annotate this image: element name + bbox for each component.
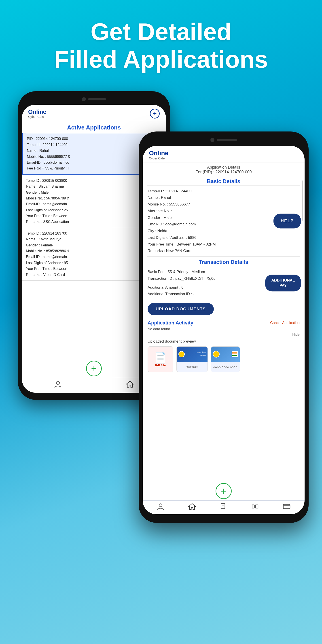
- aadhaar-bottom: xxxxxxxxxx: [177, 362, 208, 372]
- basic-details-content: Temp-ID : 220914 124400 Name : Rahul Mob…: [143, 186, 304, 257]
- doc-preview-title: Uploaded document preview: [143, 338, 304, 345]
- svg-point-2: [159, 504, 162, 507]
- nav-scan-front[interactable]: [251, 503, 259, 511]
- pid-line2: For (PID) : 220914-124700-000: [147, 170, 300, 174]
- transaction-details-title: Transaction Details: [147, 257, 300, 266]
- speaker-back: [88, 98, 106, 100]
- basic-field-0: Temp-ID : 220914 124400: [148, 188, 300, 194]
- scrollbar: [302, 180, 303, 221]
- cancel-application-link[interactable]: Cancel Application: [270, 321, 300, 325]
- svg-rect-9: [255, 505, 256, 508]
- nav-card-front[interactable]: [283, 503, 290, 511]
- fab-front[interactable]: +: [216, 483, 232, 499]
- logo-cybercafe-back: Cyber Cafe: [28, 115, 46, 118]
- pdf-label: Pdf File: [155, 364, 166, 367]
- phones-container: Online Cyber Cafe + Active Applications …: [0, 84, 322, 599]
- scan-icon-front: [251, 503, 259, 510]
- detail-scroll[interactable]: Basic Details Temp-ID : 220914 124400 Na…: [143, 176, 304, 482]
- doc-thumb-pdf[interactable]: 📄 Pdf File: [148, 346, 173, 372]
- fab-back[interactable]: +: [86, 361, 102, 376]
- home-icon-back: [126, 380, 134, 388]
- basic-field-1: Name : Rahul: [148, 194, 300, 201]
- upload-documents-button[interactable]: UPLOAD DOCUMENTS: [148, 303, 214, 315]
- pid-line1: Application Details: [147, 165, 300, 170]
- nav-add-file-front[interactable]: [220, 503, 228, 511]
- person-icon-back: [54, 380, 62, 388]
- svg-marker-1: [126, 381, 134, 387]
- doc-thumb-aadhaar[interactable]: आधार विभागUIDAI xxxxxxxxxx: [176, 346, 208, 372]
- basic-field-3: Alternate No. :: [148, 208, 300, 214]
- app-header-back: Online Cyber Cafe +: [22, 105, 166, 121]
- transaction-field-0: Basic Fee : 55 & Priority : Medium: [148, 268, 300, 275]
- bottom-nav-front: [143, 500, 304, 514]
- nav-home-back[interactable]: [126, 380, 134, 389]
- logo-cybercafe-front: Cyber Cafe: [149, 157, 168, 160]
- basic-field-7: Last Digits of Aadhaar : 5886: [148, 234, 300, 241]
- doc-thumb-idcard[interactable]: XXXX XXXX XXXX: [211, 346, 240, 372]
- basic-details-title: Basic Details: [147, 176, 300, 186]
- additional-pay-button[interactable]: ADDITIONALPAY: [265, 274, 301, 292]
- person-icon-front: [157, 503, 164, 510]
- activity-title: Application Activity: [148, 320, 194, 326]
- logo-back: Online Cyber Cafe: [28, 109, 46, 118]
- svg-rect-10: [256, 505, 258, 508]
- aadhaar-top: आधार विभागUIDAI: [177, 346, 208, 362]
- svg-point-0: [56, 381, 60, 384]
- basic-field-9: Remarks : New PAN Card: [148, 248, 300, 254]
- activity-header: Application Activity Cancel Application: [148, 320, 300, 326]
- card-icon-front: [283, 503, 290, 510]
- basic-field-8: Your Free Time : Between 10AM - 02PM: [148, 241, 300, 248]
- transaction-field-4: Additional Transaction ID : -: [148, 291, 300, 298]
- add-file-icon-front: [220, 503, 228, 510]
- screen-front: Online Cyber Cafe Application Details Fo…: [143, 146, 304, 514]
- hero-section: Get Detailed Filled Applications: [0, 0, 322, 84]
- camera-back: [82, 97, 86, 101]
- pdf-icon: 📄: [154, 352, 167, 364]
- svg-rect-11: [283, 504, 290, 509]
- notch-bar-back: [22, 95, 166, 103]
- activity-section: Application Activity Cancel Application …: [143, 318, 304, 338]
- hide-link[interactable]: Hide: [148, 332, 300, 336]
- idcard-top: [211, 346, 240, 362]
- home-icon-front: [188, 503, 196, 510]
- logo-front: Online Cyber Cafe: [149, 150, 168, 160]
- svg-rect-8: [252, 505, 254, 508]
- svg-marker-3: [189, 504, 196, 510]
- notch-bar-front: [143, 136, 304, 144]
- aadhaar-emblem: [178, 351, 185, 357]
- logo-online-front: Online: [149, 150, 168, 157]
- speaker-front: [217, 139, 237, 141]
- app-header-front: Online Cyber Cafe: [143, 146, 304, 162]
- section-title-back: Active Applications: [26, 121, 162, 133]
- phone-front: Online Cyber Cafe Application Details Fo…: [139, 132, 308, 523]
- pid-section: Application Details For (PID) : 220914-1…: [143, 163, 304, 176]
- nav-person-back[interactable]: [54, 380, 62, 389]
- basic-field-2: Mobile No. : 5555666677: [148, 201, 300, 208]
- basic-field-6: City : Noida: [148, 228, 300, 234]
- logo-online-back: Online: [28, 109, 46, 115]
- idcard-bottom: XXXX XXXX XXXX: [211, 362, 240, 372]
- nav-person-front[interactable]: [157, 503, 164, 511]
- camera-front: [210, 138, 214, 142]
- doc-previews: 📄 Pdf File आधार विभागUIDAI xxxxxxxxxx: [143, 345, 304, 376]
- hero-title: Get Detailed Filled Applications: [0, 18, 322, 73]
- transaction-details-content: Basic Fee : 55 & Priority : Medium Trans…: [143, 266, 304, 300]
- nav-home-front[interactable]: [188, 503, 196, 511]
- no-data-found: No data found: [148, 326, 300, 332]
- help-button[interactable]: HELP: [274, 214, 301, 228]
- add-button-back[interactable]: +: [150, 109, 160, 118]
